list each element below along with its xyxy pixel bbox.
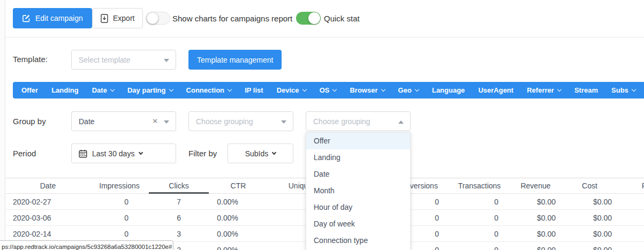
table-cell: 0 bbox=[449, 226, 510, 241]
template-select[interactable]: Select template bbox=[71, 50, 176, 70]
chevron-down-icon bbox=[381, 87, 385, 92]
quick-stat-label: Quick stat bbox=[324, 14, 360, 23]
group-by-select-3[interactable]: Choose grouping bbox=[306, 111, 411, 131]
table-cell: 7 bbox=[149, 194, 209, 209]
table-cell: 0 bbox=[90, 210, 149, 225]
period-picker-button[interactable]: Last 30 days bbox=[71, 143, 176, 163]
table-cell: 2020-03-06 bbox=[6, 210, 90, 225]
template-management-label: Template management bbox=[197, 56, 273, 64]
tab-day-parting[interactable]: Day parting bbox=[127, 86, 173, 94]
dropdown-option-connection-type[interactable]: Connection type bbox=[306, 232, 410, 249]
group-by-select-2[interactable]: Choose grouping bbox=[188, 111, 293, 131]
tab-label: Geo bbox=[398, 86, 412, 94]
edit-campaign-label: Edit campaign bbox=[35, 14, 83, 22]
table-cell: $0.00 bbox=[510, 242, 561, 250]
tab-device[interactable]: Device bbox=[277, 86, 306, 94]
table-cell: $0.00 bbox=[561, 226, 618, 241]
table-cell bbox=[618, 242, 644, 250]
export-label: Export bbox=[113, 14, 134, 22]
subids-filter-button[interactable]: SubIds bbox=[228, 143, 293, 163]
chevron-down-icon bbox=[557, 87, 562, 92]
table-cell: $0.00 bbox=[510, 226, 561, 241]
tab-stream[interactable]: Stream bbox=[574, 86, 598, 94]
chevron-down-icon bbox=[302, 87, 306, 92]
tab-label: Date bbox=[92, 86, 107, 94]
chevron-down-icon bbox=[632, 87, 636, 92]
tab-date[interactable]: Date bbox=[92, 86, 114, 94]
tab-ip-list[interactable]: IP list bbox=[245, 86, 263, 94]
tab-label: IP list bbox=[245, 86, 263, 94]
status-url-bubble: ps://app.redtrack.io/campaigns/5c93268a6… bbox=[0, 240, 173, 250]
group-by-select-3-placeholder: Choose grouping bbox=[313, 117, 370, 126]
tab-label: OS bbox=[320, 86, 330, 94]
tab-label: Device bbox=[277, 86, 299, 94]
header-cell-transactions[interactable]: Transactions bbox=[449, 178, 510, 193]
tab-referrer[interactable]: Referrer bbox=[527, 86, 561, 94]
header-cell-impressions[interactable]: Impressions bbox=[90, 178, 149, 193]
chevron-down-icon bbox=[139, 150, 143, 155]
table-cell: 0 bbox=[449, 194, 510, 209]
table-cell: $0.00 bbox=[510, 210, 561, 225]
tab-connection[interactable]: Connection bbox=[186, 86, 232, 94]
chevron-up-icon bbox=[398, 120, 404, 124]
dropdown-option-month[interactable]: Month bbox=[306, 183, 410, 199]
tab-offer[interactable]: Offer bbox=[21, 86, 38, 94]
table-cell: $0.00 bbox=[510, 194, 561, 209]
tab-landing[interactable]: Landing bbox=[51, 86, 79, 94]
tab-os[interactable]: OS bbox=[320, 86, 337, 94]
chevron-down-icon bbox=[169, 87, 173, 92]
calendar-icon bbox=[79, 149, 87, 158]
status-url-text: ps://app.redtrack.io/campaigns/5c93268a6… bbox=[2, 244, 172, 250]
export-download-icon bbox=[101, 14, 108, 23]
tab-browser[interactable]: Browser bbox=[350, 86, 384, 94]
table-cell: 2020-02-27 bbox=[6, 194, 90, 209]
header-cell-cost[interactable]: Cost bbox=[561, 178, 618, 193]
header-cell-clicks[interactable]: Clicks bbox=[149, 178, 209, 193]
tab-label: Day parting bbox=[127, 86, 166, 94]
table-cell: 0.00% bbox=[209, 210, 268, 225]
edit-pencil-icon bbox=[22, 14, 31, 22]
chevron-down-icon bbox=[332, 87, 337, 92]
subids-value: SubIds bbox=[245, 149, 269, 158]
quick-stat-toggle[interactable] bbox=[296, 12, 321, 25]
header-cell-revenue[interactable]: Revenue bbox=[510, 178, 561, 193]
dropdown-option-day-of-week[interactable]: Day of week bbox=[306, 216, 410, 232]
header-cell-profit[interactable]: Profit bbox=[618, 178, 644, 193]
dropdown-option-hour-of-day[interactable]: Hour of day bbox=[306, 199, 410, 216]
export-button[interactable]: Export bbox=[92, 8, 143, 28]
period-label: Period bbox=[13, 149, 36, 158]
tab-useragent[interactable]: UserAgent bbox=[478, 86, 513, 94]
chevron-down-icon bbox=[164, 120, 169, 124]
edit-campaign-button[interactable]: Edit campaign bbox=[13, 8, 92, 28]
tab-language[interactable]: Language bbox=[432, 86, 465, 94]
table-cell: 6 bbox=[149, 210, 209, 225]
show-charts-label: Show charts for campaigns report bbox=[172, 14, 292, 23]
period-value: Last 30 days bbox=[92, 149, 134, 158]
table-cell: $0.00 bbox=[561, 194, 618, 209]
template-management-button[interactable]: Template management bbox=[188, 50, 282, 70]
tab-label: UserAgent bbox=[478, 86, 513, 94]
group-by-select-1-value: Date bbox=[79, 117, 95, 126]
group-by-select-1[interactable]: Date × bbox=[71, 111, 176, 131]
dropdown-option-landing[interactable]: Landing bbox=[306, 149, 410, 166]
dropdown-option-date[interactable]: Date bbox=[306, 166, 410, 183]
table-cell: 0 bbox=[449, 242, 510, 250]
tab-label: Connection bbox=[186, 86, 225, 94]
filter-by-label: Filter by bbox=[188, 149, 217, 158]
clear-icon[interactable]: × bbox=[153, 116, 157, 125]
tab-label: Language bbox=[432, 86, 465, 94]
header-cell-date[interactable]: Date bbox=[6, 178, 90, 193]
show-charts-toggle[interactable] bbox=[146, 12, 170, 25]
toggle-knob bbox=[147, 12, 158, 24]
group-by-label: Group by bbox=[13, 117, 46, 126]
chevron-down-icon bbox=[164, 59, 169, 62]
header-cell-ctr[interactable]: CTR bbox=[209, 178, 268, 193]
table-cell: 0 bbox=[90, 194, 149, 209]
campaign-report-page: Edit campaign Export Show charts for cam… bbox=[0, 0, 644, 250]
template-select-placeholder: Select template bbox=[79, 56, 131, 64]
tab-label: Subs bbox=[611, 86, 628, 94]
table-cell bbox=[618, 210, 644, 225]
tab-subs[interactable]: Subs bbox=[611, 86, 635, 94]
tab-geo[interactable]: Geo bbox=[398, 86, 419, 94]
dropdown-option-offer[interactable]: Offer bbox=[306, 133, 410, 149]
